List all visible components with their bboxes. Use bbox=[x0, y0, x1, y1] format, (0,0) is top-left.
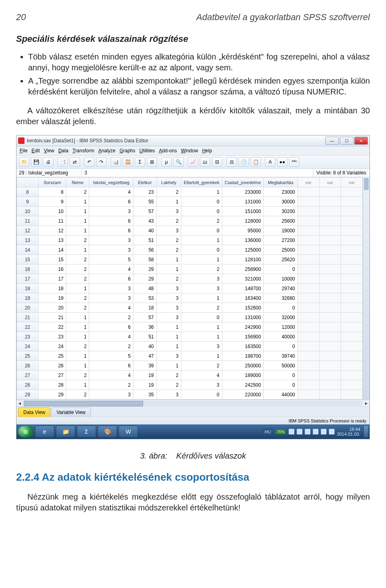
empty-cell[interactable] bbox=[341, 197, 363, 207]
data-cell[interactable]: 28 bbox=[38, 380, 66, 390]
data-cell[interactable]: 58 bbox=[133, 255, 157, 264]
data-cell[interactable]: 51 bbox=[133, 332, 157, 342]
table-row[interactable]: 8824232123300023000 bbox=[17, 187, 363, 197]
empty-cell[interactable] bbox=[319, 361, 341, 371]
toolbar-button-6[interactable]: ↷ bbox=[96, 157, 107, 167]
data-cell[interactable]: 2 bbox=[66, 264, 89, 274]
table-row[interactable]: 181813483314870029740 bbox=[17, 284, 363, 293]
empty-cell[interactable] bbox=[298, 322, 319, 332]
empty-cell[interactable] bbox=[341, 207, 363, 216]
toolbar-button-21[interactable]: ᴬᴮᶜ bbox=[289, 157, 300, 167]
data-cell[interactable]: 1 bbox=[156, 264, 181, 274]
data-cell[interactable]: 9 bbox=[38, 197, 66, 207]
data-cell[interactable]: 6 bbox=[89, 216, 133, 226]
data-cell[interactable]: 16 bbox=[38, 264, 66, 274]
column-header-megtakarítás[interactable]: Megtakarítás bbox=[264, 178, 298, 187]
data-cell[interactable]: 5 bbox=[89, 351, 133, 361]
spss-data-grid[interactable]: SorszamNemeIskolai_vegzettsegEletkorLakh… bbox=[16, 177, 363, 400]
row-number[interactable]: 27 bbox=[17, 371, 39, 380]
data-cell[interactable]: 8 bbox=[38, 187, 66, 197]
taskbar-paint-icon[interactable]: 🎨 bbox=[98, 426, 117, 438]
data-cell[interactable]: 131000 bbox=[222, 197, 264, 207]
menu-utilities[interactable]: Utilities bbox=[140, 148, 155, 154]
data-cell[interactable]: 1 bbox=[181, 255, 222, 264]
data-cell[interactable]: 1 bbox=[156, 361, 181, 371]
column-header-empty[interactable]: var bbox=[298, 178, 319, 187]
row-number[interactable]: 25 bbox=[17, 351, 39, 361]
empty-cell[interactable] bbox=[341, 303, 363, 313]
row-number[interactable]: 22 bbox=[17, 322, 39, 332]
data-cell[interactable]: 18 bbox=[133, 303, 157, 313]
data-cell[interactable]: 1 bbox=[66, 216, 89, 226]
empty-cell[interactable] bbox=[341, 226, 363, 236]
data-cell[interactable]: 29 bbox=[133, 264, 157, 274]
table-row[interactable]: 16162429122569000 bbox=[17, 264, 363, 274]
data-cell[interactable]: 29 bbox=[133, 274, 157, 284]
data-cell[interactable]: 1 bbox=[66, 361, 89, 371]
empty-cell[interactable] bbox=[298, 361, 319, 371]
empty-cell[interactable] bbox=[319, 293, 341, 303]
data-cell[interactable]: 242500 bbox=[222, 380, 264, 390]
empty-cell[interactable] bbox=[298, 207, 319, 216]
table-row[interactable]: 111116432212800025600 bbox=[17, 216, 363, 226]
data-cell[interactable]: 1 bbox=[181, 187, 222, 197]
empty-cell[interactable] bbox=[319, 390, 341, 400]
empty-cell[interactable] bbox=[298, 245, 319, 255]
data-cell[interactable]: 0 bbox=[181, 390, 222, 400]
horizontal-scrollbar[interactable]: ◄ ► bbox=[16, 400, 370, 406]
data-cell[interactable]: 2 bbox=[156, 274, 181, 284]
empty-cell[interactable] bbox=[341, 236, 363, 245]
tray-network-icon[interactable] bbox=[289, 429, 294, 434]
start-button[interactable]: ⊞ bbox=[18, 426, 33, 437]
data-cell[interactable]: 2 bbox=[66, 187, 89, 197]
empty-cell[interactable] bbox=[298, 274, 319, 284]
data-cell[interactable]: 19000 bbox=[264, 226, 298, 236]
data-cell[interactable]: 10000 bbox=[264, 274, 298, 284]
data-cell[interactable]: 56 bbox=[133, 245, 157, 255]
data-cell[interactable]: 125000 bbox=[222, 245, 264, 255]
empty-cell[interactable] bbox=[341, 187, 363, 197]
column-header-empty[interactable]: var bbox=[341, 178, 363, 187]
data-cell[interactable]: 2 bbox=[156, 236, 181, 245]
data-cell[interactable]: 19 bbox=[133, 371, 157, 380]
table-row[interactable]: 191923533116340032680 bbox=[17, 293, 363, 303]
data-cell[interactable]: 43 bbox=[133, 216, 157, 226]
data-cell[interactable]: 250000 bbox=[222, 361, 264, 371]
empty-cell[interactable] bbox=[341, 342, 363, 351]
empty-cell[interactable] bbox=[341, 380, 363, 390]
data-cell[interactable]: 1 bbox=[66, 284, 89, 293]
row-number[interactable]: 20 bbox=[17, 303, 39, 313]
data-cell[interactable]: 32000 bbox=[264, 313, 298, 322]
row-number[interactable]: 8 bbox=[17, 187, 39, 197]
data-cell[interactable]: 0 bbox=[181, 313, 222, 322]
menu-add-ons[interactable]: Add-ons bbox=[159, 148, 177, 154]
menu-help[interactable]: Help bbox=[202, 148, 212, 154]
empty-cell[interactable] bbox=[319, 332, 341, 342]
data-cell[interactable]: 2 bbox=[66, 342, 89, 351]
column-header-sorszam[interactable]: Sorszam bbox=[38, 178, 66, 187]
data-cell[interactable]: 3 bbox=[89, 390, 133, 400]
data-cell[interactable]: 19 bbox=[38, 293, 66, 303]
row-number[interactable]: 28 bbox=[17, 380, 39, 390]
empty-cell[interactable] bbox=[341, 313, 363, 322]
data-cell[interactable]: 25 bbox=[38, 351, 66, 361]
data-cell[interactable]: 25600 bbox=[264, 216, 298, 226]
table-row[interactable]: 101013573015100030200 bbox=[17, 207, 363, 216]
tab-data-view[interactable]: Data View bbox=[18, 408, 50, 417]
data-cell[interactable]: 23 bbox=[38, 332, 66, 342]
empty-cell[interactable] bbox=[341, 361, 363, 371]
data-cell[interactable]: 3 bbox=[89, 293, 133, 303]
data-cell[interactable]: 25620 bbox=[264, 255, 298, 264]
tray-icon[interactable] bbox=[321, 429, 326, 434]
menu-file[interactable]: File bbox=[20, 148, 27, 154]
data-cell[interactable]: 17 bbox=[38, 274, 66, 284]
data-cell[interactable]: 23000 bbox=[264, 187, 298, 197]
data-cell[interactable]: 2 bbox=[89, 380, 133, 390]
empty-cell[interactable] bbox=[298, 216, 319, 226]
data-cell[interactable]: 3 bbox=[89, 236, 133, 245]
data-cell[interactable]: 32680 bbox=[264, 293, 298, 303]
minimize-button[interactable]: — bbox=[325, 137, 339, 145]
data-cell[interactable]: 1 bbox=[66, 313, 89, 322]
table-row[interactable]: 171726292332100010000 bbox=[17, 274, 363, 284]
empty-cell[interactable] bbox=[341, 284, 363, 293]
